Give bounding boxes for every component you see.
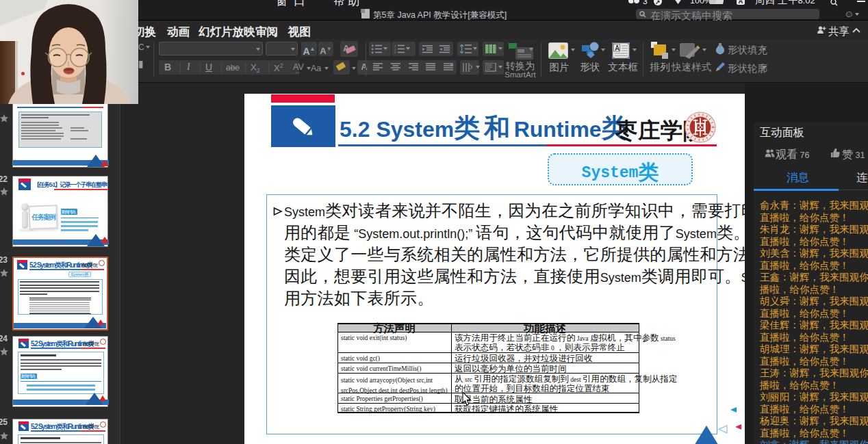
svg-text:A: A [615, 44, 620, 52]
svg-text:3: 3 [394, 51, 396, 53]
